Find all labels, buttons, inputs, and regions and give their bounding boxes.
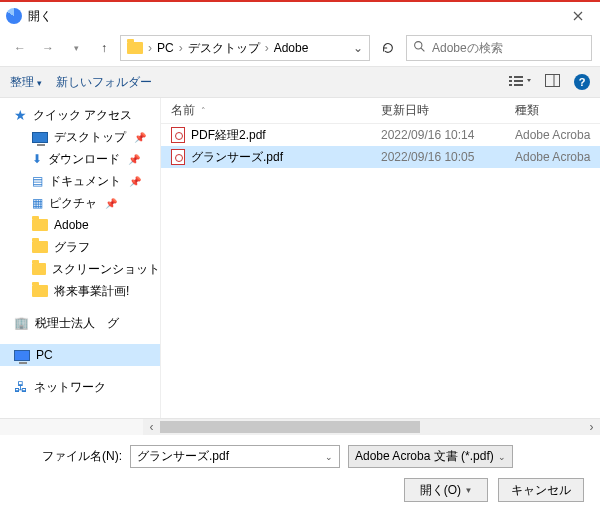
tree-adobe[interactable]: Adobe — [0, 214, 160, 236]
breadcrumb-desktop[interactable]: デスクトップ — [186, 40, 262, 57]
filename-label: ファイル名(N): — [12, 448, 122, 465]
search-placeholder: Adobeの検索 — [432, 40, 503, 57]
pdf-icon — [171, 149, 185, 165]
pin-icon: 📌 — [129, 176, 141, 187]
file-area: 名前˄ 更新日時 種類 PDF経理2.pdf 2022/09/16 10:14 … — [160, 98, 600, 418]
open-button[interactable]: 開く(O) ▼ — [404, 478, 488, 502]
titlebar: 開く — [0, 0, 600, 30]
tree-zeirishi[interactable]: 🏢税理士法人 グ — [0, 312, 160, 334]
scroll-right-button[interactable]: › — [583, 419, 600, 435]
file-date: 2022/09/16 10:14 — [381, 128, 511, 142]
tree-graph[interactable]: グラフ — [0, 236, 160, 258]
header-date[interactable]: 更新日時 — [381, 102, 511, 119]
pdf-icon — [171, 127, 185, 143]
scroll-thumb[interactable] — [160, 421, 420, 433]
tree-quick-access[interactable]: ★クイック アクセス — [0, 104, 160, 126]
organize-menu[interactable]: 整理 — [10, 74, 42, 91]
tree-downloads[interactable]: ⬇ダウンロード📌 — [0, 148, 160, 170]
tree-screenshot[interactable]: スクリーンショット — [0, 258, 160, 280]
tree-shorai[interactable]: 将来事業計画! — [0, 280, 160, 302]
chevron-down-icon: ⌄ — [498, 452, 506, 462]
tree-pc[interactable]: PC — [0, 344, 160, 366]
breadcrumb-pc[interactable]: PC — [155, 41, 176, 55]
file-type: Adobe Acroba — [511, 150, 600, 164]
svg-rect-4 — [509, 80, 512, 82]
folder-icon — [32, 263, 46, 275]
svg-rect-7 — [514, 84, 523, 86]
svg-rect-5 — [514, 80, 523, 82]
new-folder-button[interactable]: 新しいフォルダー — [56, 74, 152, 91]
toolbar: 整理 新しいフォルダー ? — [0, 66, 600, 98]
file-name: PDF経理2.pdf — [191, 127, 266, 144]
filetype-value: Adobe Acroba 文書 (*.pdf) — [355, 448, 494, 465]
navbar: ← → ▾ ↑ › PC › デスクトップ › Adobe ⌄ Adobeの検索 — [0, 30, 600, 66]
refresh-button[interactable] — [374, 35, 402, 61]
scroll-left-button[interactable]: ‹ — [143, 419, 160, 435]
file-rows: PDF経理2.pdf 2022/09/16 10:14 Adobe Acroba… — [161, 124, 600, 418]
window-title: 開く — [28, 8, 52, 25]
filetype-combo[interactable]: Adobe Acroba 文書 (*.pdf) ⌄ — [348, 445, 513, 468]
main-area: ★クイック アクセス デスクトップ📌 ⬇ダウンロード📌 ▤ドキュメント📌 ▦ピク… — [0, 98, 600, 418]
bottom-panel: ファイル名(N): グランサーズ.pdf ⌄ Adobe Acroba 文書 (… — [0, 435, 600, 508]
filename-value: グランサーズ.pdf — [137, 448, 229, 465]
pictures-icon: ▦ — [32, 196, 43, 210]
star-icon: ★ — [14, 107, 27, 123]
pin-icon: 📌 — [134, 132, 146, 143]
download-icon: ⬇ — [32, 152, 42, 166]
tree-network[interactable]: 🖧ネットワーク — [0, 376, 160, 398]
chevron-down-icon: ▼ — [464, 486, 472, 495]
nav-forward-button[interactable]: → — [36, 36, 60, 60]
pin-icon: 📌 — [105, 198, 117, 209]
document-icon: ▤ — [32, 174, 43, 188]
nav-back-button[interactable]: ← — [8, 36, 32, 60]
svg-rect-8 — [546, 75, 560, 87]
column-headers: 名前˄ 更新日時 種類 — [161, 98, 600, 124]
filename-combo[interactable]: グランサーズ.pdf ⌄ — [130, 445, 340, 468]
folder-icon — [127, 42, 143, 54]
horizontal-scrollbar[interactable]: ‹ › — [0, 418, 600, 435]
search-icon — [413, 40, 426, 56]
folder-icon — [32, 219, 48, 231]
svg-rect-2 — [509, 76, 512, 78]
svg-rect-6 — [509, 84, 512, 86]
desktop-icon — [32, 132, 48, 143]
chevron-down-icon: ⌄ — [325, 452, 333, 462]
file-date: 2022/09/16 10:05 — [381, 150, 511, 164]
tree-documents[interactable]: ▤ドキュメント📌 — [0, 170, 160, 192]
file-row[interactable]: PDF経理2.pdf 2022/09/16 10:14 Adobe Acroba — [161, 124, 600, 146]
tree-pictures[interactable]: ▦ピクチャ📌 — [0, 192, 160, 214]
network-icon: 🖧 — [14, 379, 28, 395]
sort-indicator-icon: ˄ — [201, 106, 206, 116]
breadcrumb[interactable]: › PC › デスクトップ › Adobe ⌄ — [120, 35, 370, 61]
nav-tree[interactable]: ★クイック アクセス デスクトップ📌 ⬇ダウンロード📌 ▤ドキュメント📌 ▦ピク… — [0, 98, 160, 418]
chevron-right-icon: › — [262, 41, 272, 55]
search-input[interactable]: Adobeの検索 — [406, 35, 592, 61]
chevron-right-icon: › — [145, 41, 155, 55]
tree-desktop[interactable]: デスクトップ📌 — [0, 126, 160, 148]
pc-icon — [14, 350, 30, 361]
file-row[interactable]: グランサーズ.pdf 2022/09/16 10:05 Adobe Acroba — [161, 146, 600, 168]
view-options-button[interactable] — [509, 74, 531, 91]
folder-icon — [32, 241, 48, 253]
file-type: Adobe Acroba — [511, 128, 600, 142]
file-name: グランサーズ.pdf — [191, 149, 283, 166]
svg-line-1 — [421, 48, 424, 51]
folder-icon — [32, 285, 48, 297]
preview-pane-button[interactable] — [545, 74, 560, 90]
header-type[interactable]: 種類 — [511, 102, 600, 119]
app-icon — [6, 8, 22, 24]
svg-rect-3 — [514, 76, 523, 78]
org-icon: 🏢 — [14, 316, 29, 330]
help-button[interactable]: ? — [574, 74, 590, 90]
cancel-button[interactable]: キャンセル — [498, 478, 584, 502]
breadcrumb-dropdown[interactable]: ⌄ — [349, 41, 367, 55]
chevron-right-icon: › — [176, 41, 186, 55]
close-button[interactable] — [555, 1, 600, 31]
nav-recent-dropdown[interactable]: ▾ — [64, 36, 88, 60]
svg-point-0 — [415, 42, 422, 49]
pin-icon: 📌 — [128, 154, 140, 165]
header-name[interactable]: 名前˄ — [161, 102, 381, 119]
nav-up-button[interactable]: ↑ — [92, 36, 116, 60]
breadcrumb-adobe[interactable]: Adobe — [272, 41, 311, 55]
